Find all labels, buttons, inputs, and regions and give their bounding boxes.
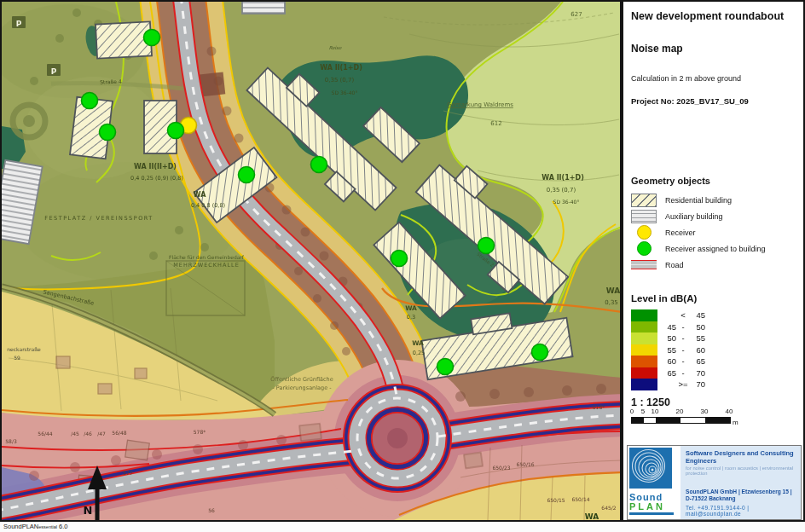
db-color-swatch — [631, 309, 657, 321]
map-label: 577 — [123, 470, 133, 476]
map-label: 0,35 — [605, 299, 618, 306]
geometry-legend: Residential building Auxiliary building … — [631, 192, 798, 273]
map-label: Gemarkung Waldrems — [447, 101, 513, 108]
map-label: 0,35 (0,7) — [325, 77, 355, 84]
receiver-assigned-marker[interactable] — [478, 238, 495, 254]
scale-tick: 30 — [701, 408, 709, 415]
db-level-row: <45 — [631, 309, 798, 321]
residential-swatch — [631, 194, 657, 207]
company-address: SoundPLAN GmbH | Etzwiesenberg 15 | D-71… — [686, 489, 797, 502]
db-level-row: 60-65 — [631, 356, 798, 367]
scale-tick: 5 — [641, 408, 645, 415]
app-edition: essential — [38, 524, 57, 529]
map-label: SD 36-40° — [553, 199, 580, 205]
scale-unit: m — [733, 419, 738, 426]
map-label: neckarstraße — [7, 346, 41, 352]
receiver-assigned-marker[interactable] — [168, 123, 184, 139]
receiver-assigned-marker[interactable] — [391, 251, 408, 267]
map-label: 58/3 — [5, 438, 17, 444]
scale-ratio: 1 : 1250 — [631, 396, 798, 408]
db-level-row: 65-70 — [631, 367, 798, 379]
legend-item-receiver-assigned: Receiver assigned to building — [631, 240, 798, 257]
db-color-swatch — [631, 356, 657, 367]
geometry-objects-heading: Geometry objects — [631, 176, 798, 186]
auxiliary-building — [242, 2, 285, 14]
receiver-assigned-marker[interactable] — [437, 359, 454, 375]
calculation-note: Calculation in 2 m above ground — [631, 74, 798, 83]
scale-tick: 40 — [726, 408, 733, 415]
brand-underline — [629, 512, 674, 515]
db-color-swatch — [631, 379, 657, 390]
company-tagline: Software Designers and Consulting Engine… — [686, 450, 797, 465]
map-label: 56 — [208, 507, 215, 513]
db-color-swatch — [631, 344, 657, 356]
legend-item-receiver: Receiver — [631, 224, 798, 240]
receiver-assigned-marker[interactable] — [82, 93, 98, 109]
db-color-swatch — [631, 367, 657, 379]
map-label: P — [16, 20, 22, 28]
legend-label: Receiver assigned to building — [665, 245, 766, 253]
receiver-assigned-swatch — [637, 241, 652, 256]
map-label: 0,4 0,25 (0,9) (0,8) — [130, 175, 183, 182]
map-label: Öffentliche Grünfläche — [270, 376, 333, 383]
map-label: 650/16 — [516, 461, 534, 467]
soundplan-window: PPStraße 4WA II(II+D)0,4 0,25 (0,9) (0,8… — [0, 0, 805, 532]
company-fields: for noise control | room acoustics | env… — [686, 466, 797, 476]
map-label: 627 — [570, 11, 582, 18]
map-label: 612 — [490, 120, 501, 127]
receiver-swatch — [637, 225, 652, 240]
map-label: FESTPLATZ / VEREINSSPORT — [44, 215, 153, 222]
map-label: 650/23 — [492, 465, 510, 471]
map-label: 645/2 — [601, 505, 616, 511]
company-contact: Tel. +49.7191.9144-0 | mail@soundplan.de — [686, 505, 797, 517]
map-label: 650/15 — [547, 497, 565, 503]
map-label: WA — [194, 191, 206, 199]
map-label: 618* — [593, 404, 605, 410]
map-label: - Parkierungsanlage - — [272, 385, 332, 391]
receiver-assigned-marker[interactable] — [144, 30, 160, 46]
receiver-assigned-marker[interactable] — [239, 167, 255, 183]
legend-panel: New development roundabout Noise map Cal… — [622, 0, 805, 522]
brand-plan: PLAN — [629, 502, 679, 512]
map-label: /45 — [71, 431, 79, 437]
legend-label: Road — [665, 261, 684, 269]
db-level-row: 50-55 — [631, 332, 798, 344]
legend-item-residential: Residential building — [631, 192, 798, 208]
map-label: /46 — [84, 431, 92, 437]
map-label: P — [51, 67, 57, 76]
app-version: 6.0 — [59, 523, 67, 530]
soundplan-logo: Sound PLAN — [628, 446, 680, 519]
db-color-swatch — [631, 321, 657, 333]
map-label: Straße 4 — [100, 78, 122, 85]
map-label: MEHRZWECKHALLE — [173, 262, 240, 269]
soundplan-spiral-icon — [629, 448, 672, 489]
legend-item-road: Road — [631, 257, 798, 273]
receiver-assigned-marker[interactable] — [532, 344, 548, 361]
auxiliary-swatch — [631, 210, 657, 223]
db-level-row: 55-60 — [631, 344, 798, 356]
map-label: 59 — [14, 355, 20, 361]
map-label: 650/14 — [571, 496, 589, 502]
status-bar: SoundPLANessential 6.0 — [0, 522, 805, 532]
receiver-assigned-marker[interactable] — [100, 124, 116, 141]
db-color-swatch — [631, 332, 657, 344]
map-label: WA — [412, 339, 424, 347]
map-frame: PPStraße 4WA II(II+D)0,4 0,25 (0,9) (0,8… — [0, 0, 622, 522]
receiver-assigned-marker[interactable] — [311, 157, 327, 173]
map-label: Fläche für den Gemeinbedarf — [169, 254, 245, 260]
map-label: 0,25 — [413, 350, 425, 356]
db-level-row: >=70 — [631, 379, 798, 390]
residential-building — [96, 21, 152, 58]
map-label: WA — [606, 286, 620, 295]
level-legend: <4545-5050-5555-6060-6565-70>=70 — [631, 309, 798, 390]
noise-map-canvas[interactable]: PPStraße 4WA II(II+D)0,4 0,25 (0,9) (0,8… — [2, 2, 620, 520]
project-number: Project No: 2025_BV17_SU_09 — [631, 96, 798, 106]
map-label: 0,35 (0,7) — [547, 187, 576, 194]
page-title: New development roundabout — [631, 10, 798, 22]
scale-tick: 10 — [652, 408, 659, 415]
scale-tick: 0 — [630, 408, 634, 415]
map-label: 56/48 — [112, 430, 126, 436]
map-label: WA II(1+D) — [541, 174, 584, 182]
map-label: WA II(1+D) — [320, 64, 362, 72]
map-label: 56/44 — [38, 431, 52, 437]
